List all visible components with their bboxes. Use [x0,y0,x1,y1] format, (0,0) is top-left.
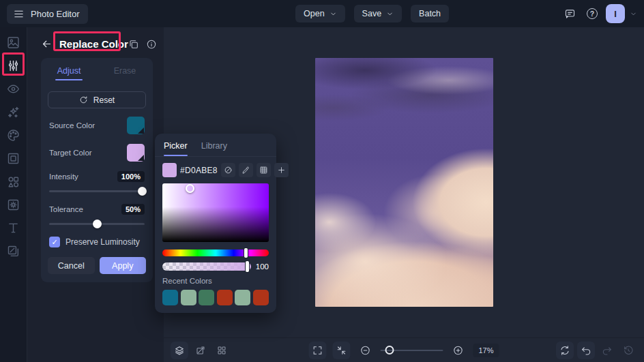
intensity-slider[interactable] [49,190,145,192]
eyedropper-button[interactable] [239,163,253,177]
recent-color-swatch[interactable] [253,290,269,305]
zoom-out-button[interactable] [356,342,374,359]
tool-sidebar [0,27,27,362]
saturation-brightness-field[interactable] [162,183,269,242]
checkbox-checked[interactable]: ✓ [49,237,60,247]
layers-button[interactable] [171,342,188,359]
intensity-slider-thumb[interactable] [138,187,147,196]
account-chevron-icon[interactable] [630,10,637,18]
feedback-button[interactable] [561,5,579,22]
tab-erase[interactable]: Erase [97,58,153,80]
duplicate-icon[interactable] [128,39,139,50]
opacity-slider-thumb[interactable] [246,261,249,272]
tab-library[interactable]: Library [201,141,227,156]
sidebar-tool-image[interactable] [2,32,25,53]
chevron-down-icon [386,10,394,18]
target-color-row: Target Color [49,144,145,162]
canvas-image[interactable] [315,58,493,307]
sticker-icon [6,198,20,212]
palette-grid-button[interactable] [257,163,271,177]
open-button[interactable]: Open [295,5,345,22]
overlay-icon [6,244,20,258]
sidebar-tool-sticker[interactable] [2,194,25,215]
current-color-swatch [162,163,177,177]
tab-adjust[interactable]: Adjust [41,58,97,80]
grid-view-button[interactable] [213,342,231,359]
batch-button[interactable]: Batch [411,5,449,22]
panel-title: Replace Color [59,38,128,50]
add-color-button[interactable] [274,163,289,177]
undo-icon [581,345,591,356]
apply-button[interactable]: Apply [100,257,147,274]
undo-button[interactable] [577,342,595,359]
panel-header-icons [128,39,157,50]
opacity-slider[interactable] [162,262,251,271]
tab-underline [55,79,83,80]
recent-color-swatch[interactable] [199,290,214,305]
layers-icon [174,345,185,356]
sidebar-tool-filters[interactable] [2,125,25,146]
zoom-controls: 17% [308,342,499,359]
recent-color-swatch[interactable] [181,290,196,305]
preserve-luminosity-label: Preserve Luminosity [65,237,140,247]
fullscreen-button[interactable] [308,342,326,359]
recent-color-swatch[interactable] [235,290,250,305]
refresh-icon [559,345,570,356]
save-button[interactable]: Save [354,5,402,22]
no-color-button[interactable] [221,163,235,177]
hex-row: #D0ABE8 [155,157,276,177]
main-menu-button[interactable]: Photo Editor [7,4,88,24]
zoom-slider-thumb[interactable] [385,346,394,355]
eye-icon [6,82,20,96]
sidebar-tool-text[interactable] [2,217,25,239]
history-controls [556,342,637,359]
source-color-row: Source Color [49,117,145,134]
refresh-button[interactable] [556,342,574,359]
redo-button[interactable] [598,342,616,359]
source-color-swatch[interactable] [127,117,145,134]
tolerance-value: 50% [121,204,145,215]
zoom-slider[interactable] [380,350,443,351]
opacity-row: 100 [162,262,269,271]
hamburger-icon [13,8,25,20]
cancel-button[interactable]: Cancel [48,257,95,274]
replace-color-card: Adjust Erase Reset Source Color [41,58,153,282]
sidebar-tool-effects[interactable] [2,102,25,123]
preserve-luminosity-row[interactable]: ✓ Preserve Luminosity [49,237,145,247]
recent-colors-swatches [162,290,269,305]
info-icon[interactable] [146,39,157,50]
save-label: Save [362,9,382,18]
recent-colors-section: Recent Colors [155,271,276,305]
fit-screen-button[interactable] [332,342,350,359]
canvas-transform-button[interactable] [192,342,209,359]
zoom-in-button[interactable] [449,342,467,359]
help-button[interactable]: ? [583,5,601,22]
target-color-swatch[interactable] [127,144,145,162]
history-button[interactable] [619,342,637,359]
sidebar-tool-elements[interactable] [2,171,25,192]
sidebar-tool-overlay[interactable] [2,241,25,262]
tab-erase-label: Erase [114,66,136,76]
sidebar-tool-frame[interactable] [2,148,25,169]
color-field-cursor[interactable] [186,184,194,193]
recent-color-swatch[interactable] [162,290,178,305]
picker-tabs: Picker Library [155,134,276,157]
palette-icon [6,128,20,142]
hue-slider-thumb[interactable] [244,248,248,258]
avatar[interactable]: I [606,4,625,23]
chat-icon [564,8,576,20]
sidebar-tool-adjustments[interactable] [2,55,25,76]
reset-button[interactable]: Reset [48,91,146,108]
hex-input[interactable]: #D0ABE8 [180,166,218,175]
recent-color-swatch[interactable] [217,290,233,305]
text-icon [6,221,20,235]
hue-slider[interactable] [162,250,269,256]
image-icon [6,35,20,50]
tolerance-slider-thumb[interactable] [93,220,102,228]
tolerance-slider[interactable] [49,223,145,225]
sidebar-tool-retouch[interactable] [2,78,25,100]
back-button[interactable] [41,38,53,50]
zoom-level[interactable]: 17% [473,344,499,357]
top-bar: Photo Editor Open Save Batch ? [0,0,644,27]
tab-picker[interactable]: Picker [164,141,188,156]
